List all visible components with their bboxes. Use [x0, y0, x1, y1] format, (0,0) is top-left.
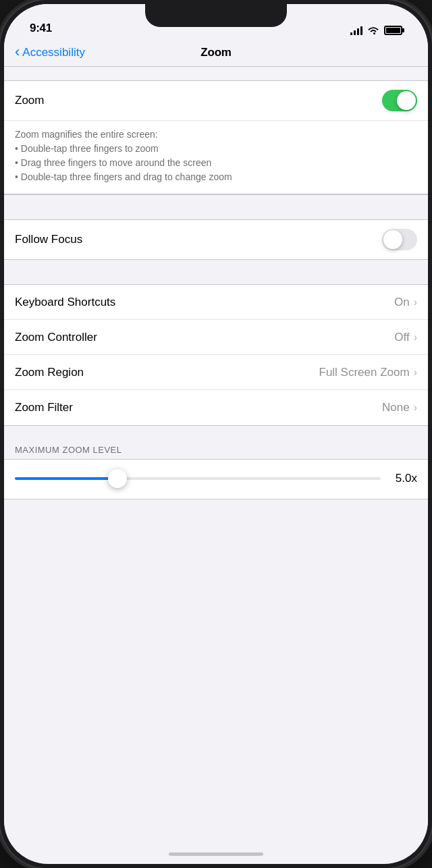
- battery-fill: [386, 28, 400, 33]
- top-gap: [4, 67, 428, 80]
- settings-content: Zoom Zoom magnifies the entire screen: •…: [4, 67, 428, 852]
- nav-bar: ‹ Accessibility Zoom: [4, 40, 428, 67]
- status-time: 9:41: [30, 22, 52, 35]
- zoom-description: Zoom magnifies the entire screen: • Doub…: [4, 121, 428, 194]
- zoom-region-row[interactable]: Zoom Region Full Screen Zoom ›: [4, 355, 428, 390]
- zoom-filter-label: Zoom Filter: [15, 401, 73, 414]
- follow-focus-toggle[interactable]: [382, 229, 417, 250]
- page-title: Zoom: [200, 46, 231, 59]
- zoom-toggle-thumb: [397, 91, 416, 110]
- zoom-level-slider-section: 5.0x: [4, 459, 428, 499]
- follow-focus-group: Follow Focus: [4, 219, 428, 260]
- gap3: [4, 426, 428, 439]
- zoom-region-right: Full Screen Zoom ›: [319, 366, 418, 379]
- home-indicator: [169, 852, 263, 856]
- zoom-desc-line1: Zoom magnifies the entire screen:: [15, 129, 158, 140]
- zoom-desc-line4: • Double-tap three fingers and drag to c…: [15, 171, 232, 182]
- zoom-controller-value: Off: [394, 331, 409, 344]
- phone-frame: 9:41: [0, 0, 432, 868]
- zoom-row: Zoom: [4, 81, 428, 121]
- zoom-toggle[interactable]: [382, 90, 417, 111]
- status-icons: [350, 26, 402, 35]
- keyboard-shortcuts-chevron-icon: ›: [414, 296, 417, 308]
- slider-container: 5.0x: [15, 472, 417, 485]
- follow-focus-label: Follow Focus: [15, 233, 82, 246]
- gap1: [4, 195, 428, 219]
- gap2: [4, 260, 428, 284]
- slider-track[interactable]: [15, 477, 381, 480]
- signal-bars-icon: [350, 26, 362, 35]
- back-button[interactable]: ‹ Accessibility: [15, 45, 85, 61]
- keyboard-shortcuts-label: Keyboard Shortcuts: [15, 296, 115, 309]
- back-label: Accessibility: [22, 46, 85, 59]
- zoom-label: Zoom: [15, 94, 44, 107]
- zoom-controller-right: Off ›: [394, 331, 417, 344]
- keyboard-shortcuts-row[interactable]: Keyboard Shortcuts On ›: [4, 285, 428, 320]
- notch: [145, 4, 287, 27]
- battery-icon: [384, 26, 402, 35]
- slider-value: 5.0x: [389, 472, 417, 485]
- follow-focus-toggle-thumb: [383, 230, 402, 249]
- follow-focus-row: Follow Focus: [4, 220, 428, 259]
- zoom-desc-line3: • Drag three fingers to move around the …: [15, 157, 211, 168]
- slider-fill: [15, 477, 117, 480]
- zoom-region-value: Full Screen Zoom: [319, 366, 410, 379]
- zoom-region-chevron-icon: ›: [414, 367, 417, 379]
- slider-thumb[interactable]: [108, 469, 127, 488]
- keyboard-shortcuts-value: On: [394, 296, 410, 309]
- zoom-filter-right: None ›: [382, 401, 417, 414]
- zoom-controller-chevron-icon: ›: [414, 331, 417, 344]
- bottom-area: [4, 499, 428, 567]
- zoom-filter-value: None: [382, 401, 410, 414]
- zoom-description-text: Zoom magnifies the entire screen: • Doub…: [15, 128, 417, 184]
- options-group: Keyboard Shortcuts On › Zoom Controller …: [4, 284, 428, 426]
- keyboard-shortcuts-right: On ›: [394, 296, 417, 309]
- zoom-filter-chevron-icon: ›: [414, 402, 417, 414]
- zoom-controller-label: Zoom Controller: [15, 331, 97, 344]
- wifi-icon: [367, 26, 379, 35]
- back-arrow-icon: ‹: [15, 43, 20, 61]
- phone-inner: 9:41: [4, 4, 428, 864]
- zoom-controller-row[interactable]: Zoom Controller Off ›: [4, 320, 428, 355]
- zoom-section-group: Zoom Zoom magnifies the entire screen: •…: [4, 80, 428, 195]
- zoom-desc-line2: • Double-tap three fingers to zoom: [15, 143, 159, 154]
- zoom-filter-row[interactable]: Zoom Filter None ›: [4, 390, 428, 425]
- max-zoom-section-label: MAXIMUM ZOOM LEVEL: [4, 439, 428, 459]
- zoom-region-label: Zoom Region: [15, 366, 84, 379]
